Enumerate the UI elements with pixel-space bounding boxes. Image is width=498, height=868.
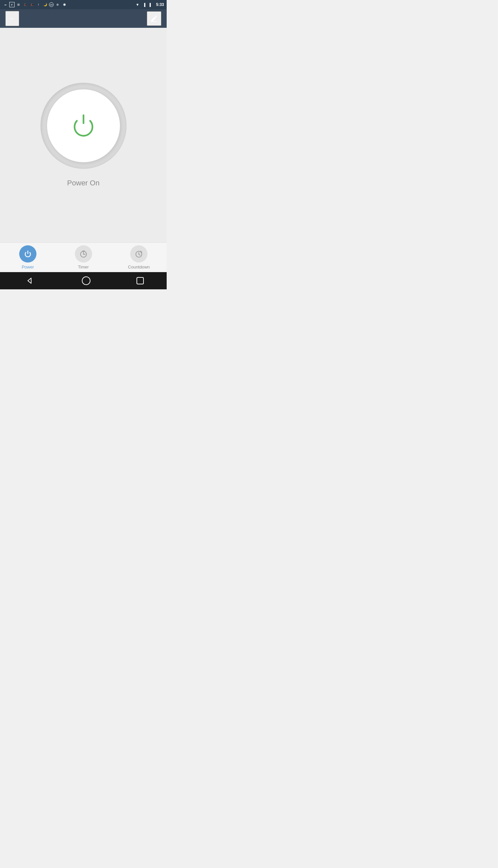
- tab-countdown[interactable]: Countdown: [111, 245, 167, 270]
- status-layers-icon: ⊞: [16, 2, 21, 7]
- status-wifi-icon: ▼: [135, 2, 140, 7]
- main-content: Power On: [0, 28, 167, 242]
- tab-bar: Power Timer: [0, 242, 167, 272]
- nav-bar: ←: [0, 9, 167, 28]
- status-bar-left: ••• IF ⊞ 🎩 🎩 ! 🌙 20 ⊕ ✱: [3, 2, 67, 7]
- tab-timer-icon-circle: [75, 245, 92, 262]
- edit-button[interactable]: [147, 11, 161, 26]
- svg-marker-11: [28, 278, 31, 283]
- back-button[interactable]: ←: [5, 11, 19, 26]
- system-nav-bar: [0, 272, 167, 289]
- power-button[interactable]: [47, 90, 120, 162]
- sys-recent-button[interactable]: [136, 277, 144, 284]
- status-plus-icon: ⊕: [55, 2, 60, 7]
- power-button-container: Power On: [40, 83, 127, 187]
- status-bluetooth-icon: ✱: [62, 2, 67, 7]
- status-alert-icon: !: [36, 2, 41, 7]
- status-ifttt-icon: IF: [9, 2, 15, 7]
- sys-back-button[interactable]: [23, 274, 36, 287]
- status-icon1: 🎩: [23, 2, 28, 7]
- status-time: 5:33: [156, 2, 164, 7]
- status-bar: ••• IF ⊞ 🎩 🎩 ! 🌙 20 ⊕ ✱ ▼ ▐ ▌ 5:33: [0, 0, 167, 9]
- tab-countdown-icon: [134, 249, 143, 259]
- tab-timer-icon: [79, 249, 88, 259]
- tab-countdown-icon-circle: [130, 245, 147, 262]
- status-icon2: 🎩: [29, 2, 35, 7]
- status-dots-icon: •••: [3, 2, 8, 7]
- status-bar-right: ▼ ▐ ▌ 5:33: [135, 2, 164, 7]
- power-icon: [67, 109, 100, 143]
- tab-countdown-label: Countdown: [128, 265, 150, 270]
- tab-timer-label: Timer: [78, 265, 89, 270]
- power-outer-ring: [40, 83, 127, 169]
- status-moon-icon: 🌙: [42, 2, 48, 7]
- tab-power-icon: [23, 249, 32, 259]
- tab-power-icon-circle: [19, 245, 37, 262]
- status-battery-icon: ▌: [148, 2, 154, 7]
- status-signal-icon: ▐: [142, 2, 147, 7]
- sys-home-button[interactable]: [82, 276, 90, 285]
- tab-power[interactable]: Power: [0, 245, 56, 270]
- tab-power-label: Power: [22, 265, 34, 270]
- status-num-icon: 20: [49, 2, 54, 7]
- power-status-text: Power On: [67, 179, 100, 187]
- tab-timer[interactable]: Timer: [56, 245, 111, 270]
- svg-line-10: [139, 254, 140, 255]
